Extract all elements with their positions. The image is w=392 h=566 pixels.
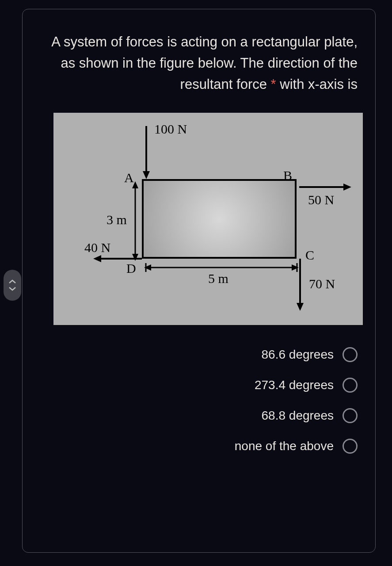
radio-icon xyxy=(343,408,358,423)
option-1[interactable]: 86.6 degrees xyxy=(40,347,358,362)
svg-marker-12 xyxy=(144,264,151,271)
svg-marker-3 xyxy=(343,184,351,191)
force-label-50n: 50 N xyxy=(308,192,334,207)
side-tab[interactable] xyxy=(4,270,21,301)
force-label-40n: 40 N xyxy=(84,240,110,255)
dimension-5m-arrows xyxy=(144,263,299,272)
option-label: 273.4 degrees xyxy=(255,378,334,392)
dimension-3m-arrows xyxy=(131,181,140,261)
force-label-100n: 100 N xyxy=(154,122,187,137)
svg-marker-9 xyxy=(132,181,138,188)
required-asterisk: * xyxy=(271,76,276,92)
svg-marker-1 xyxy=(143,171,150,179)
option-label: 86.6 degrees xyxy=(262,348,334,362)
plate-rectangle xyxy=(142,179,297,259)
question-card: A system of forces is acting on a rectan… xyxy=(22,9,376,553)
option-3[interactable]: 68.8 degrees xyxy=(40,408,358,423)
dimension-3m-label: 3 m xyxy=(107,212,127,227)
option-label: none of the above xyxy=(235,439,334,453)
radio-icon xyxy=(343,439,358,454)
corner-C: C xyxy=(305,248,314,263)
chevron-down-icon xyxy=(8,286,16,291)
force-arrow-50n xyxy=(299,183,352,191)
option-2[interactable]: 273.4 degrees xyxy=(40,378,358,393)
option-label: 68.8 degrees xyxy=(262,409,334,423)
corner-D: D xyxy=(126,261,136,276)
svg-marker-5 xyxy=(93,255,101,262)
answer-options: 86.6 degrees 273.4 degrees 68.8 degrees … xyxy=(40,347,358,454)
radio-icon xyxy=(343,347,358,362)
force-arrow-100n xyxy=(142,126,155,179)
force-diagram: 100 N 50 N 40 N 70 N A B C D 3 m xyxy=(53,113,363,325)
chevron-up-icon xyxy=(8,279,16,284)
radio-icon xyxy=(343,378,358,393)
question-text: A system of forces is acting on a rectan… xyxy=(40,31,358,95)
svg-marker-10 xyxy=(132,254,138,261)
svg-marker-13 xyxy=(292,264,299,271)
dimension-5m-label: 5 m xyxy=(208,271,228,286)
option-4[interactable]: none of the above xyxy=(40,439,358,454)
force-label-70n: 70 N xyxy=(309,276,335,291)
svg-marker-7 xyxy=(297,303,304,311)
corner-B: B xyxy=(283,168,292,183)
